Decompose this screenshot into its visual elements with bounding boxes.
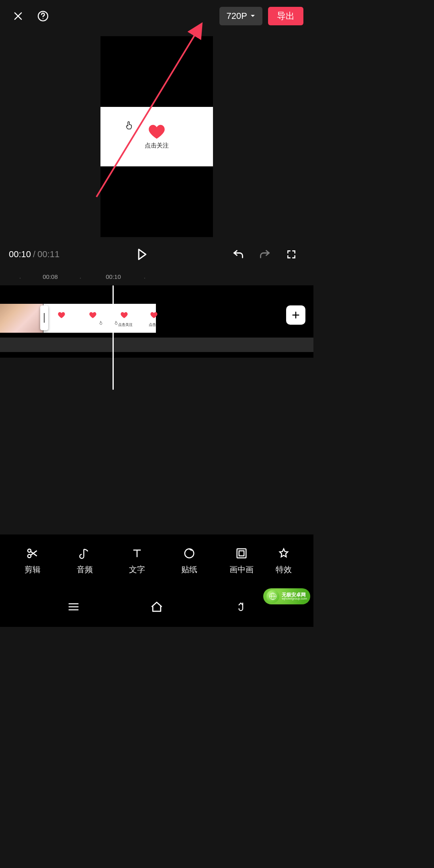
timeline-ruler[interactable]: ·00:08·00:10·	[0, 271, 313, 285]
svg-line-9	[31, 551, 37, 555]
redo-icon	[259, 249, 271, 260]
close-icon	[12, 10, 24, 22]
tool-label: 特效	[276, 564, 292, 575]
svg-point-13	[185, 549, 194, 558]
tool-label: 贴纸	[181, 564, 197, 575]
nav-recents[interactable]	[66, 599, 82, 615]
text-icon	[130, 547, 144, 560]
clip-finger-icon	[99, 320, 103, 325]
resolution-button[interactable]: 720P	[219, 7, 262, 25]
export-button[interactable]: 导出	[268, 7, 303, 25]
watermark: 无极安卓网 wjhotelgroup.com	[263, 588, 310, 604]
tool-label: 文字	[129, 564, 145, 575]
menu-icon	[68, 602, 80, 612]
nav-back[interactable]	[232, 599, 248, 615]
current-time: 00:10	[9, 249, 31, 259]
home-icon	[150, 601, 164, 612]
timecode: 00:10/00:11	[9, 249, 59, 260]
tool-pip[interactable]: 画中画	[215, 547, 268, 575]
fullscreen-icon	[286, 249, 297, 260]
heart-icon	[148, 124, 165, 139]
export-label: 导出	[277, 10, 295, 22]
clip-heart-icon	[89, 312, 96, 318]
ruler-dot: ·	[80, 274, 81, 281]
clip-mini-text: 点击	[149, 322, 156, 328]
watermark-globe-icon	[266, 590, 279, 603]
timeline-tracks[interactable]: 点击关注 点击	[0, 285, 313, 358]
star-icon	[277, 547, 291, 560]
watermark-url: wjhotelgroup.com	[282, 597, 307, 600]
back-icon	[234, 601, 246, 612]
ruler-dot: ·	[19, 274, 21, 281]
bottom-toolbar: 剪辑 音频 文字 贴纸 画中画 特效	[0, 534, 313, 587]
chevron-down-icon	[250, 14, 255, 18]
nav-home[interactable]	[149, 599, 165, 615]
playhead[interactable]	[113, 285, 114, 390]
svg-line-8	[31, 551, 37, 556]
tool-cut[interactable]: 剪辑	[6, 547, 59, 575]
pip-icon	[235, 547, 248, 560]
undo-icon	[232, 249, 244, 260]
play-button[interactable]	[132, 244, 152, 264]
clip-heart-icon	[121, 312, 128, 318]
preview-overlay-text: 点击关注	[145, 142, 169, 149]
tool-audio[interactable]: 音频	[59, 547, 111, 575]
transport-bar: 00:10/00:11	[0, 241, 313, 268]
tap-finger-icon	[125, 121, 133, 131]
svg-rect-14	[237, 549, 246, 558]
clip-overlay-sequence[interactable]: 点击关注 点击	[43, 304, 156, 333]
play-icon	[137, 248, 147, 260]
clip-trim-handle[interactable]	[40, 305, 48, 330]
ruler-tick: 00:10	[106, 273, 121, 280]
tool-label: 剪辑	[25, 564, 41, 575]
help-button[interactable]	[35, 8, 51, 24]
clip-finger-icon	[114, 320, 118, 325]
tool-sticker[interactable]: 贴纸	[163, 547, 215, 575]
time-separator: /	[33, 249, 35, 259]
fullscreen-button[interactable]	[281, 244, 301, 264]
scissors-icon	[26, 547, 39, 560]
undo-button[interactable]	[228, 244, 248, 264]
tool-label: 音频	[77, 564, 93, 575]
clip-heart-icon	[150, 312, 158, 318]
duration: 00:11	[37, 249, 59, 259]
add-clip-button[interactable]	[286, 305, 305, 325]
music-note-icon	[78, 547, 92, 560]
svg-point-3	[43, 18, 43, 19]
ruler-tick: 00:08	[43, 273, 58, 280]
tool-label: 画中画	[229, 564, 254, 575]
clip-mini-text: 点击关注	[118, 322, 133, 328]
clip-photo[interactable]	[0, 304, 43, 333]
svg-rect-15	[239, 551, 244, 556]
tool-text[interactable]: 文字	[111, 547, 163, 575]
preview-content-band: 点击关注	[100, 107, 213, 166]
plus-icon	[291, 311, 300, 319]
redo-button[interactable]	[255, 244, 275, 264]
clip-heart-icon	[58, 312, 65, 318]
empty-track[interactable]	[0, 338, 313, 352]
video-preview[interactable]: 点击关注	[100, 36, 213, 237]
ruler-dot: ·	[144, 274, 145, 281]
sticker-icon	[182, 547, 196, 560]
close-button[interactable]	[10, 8, 26, 24]
preview-area: 点击关注	[0, 36, 313, 237]
top-bar: 720P 导出	[0, 0, 313, 32]
help-icon	[37, 10, 49, 22]
tool-effects[interactable]: 特效	[268, 547, 300, 575]
resolution-label: 720P	[227, 11, 247, 21]
